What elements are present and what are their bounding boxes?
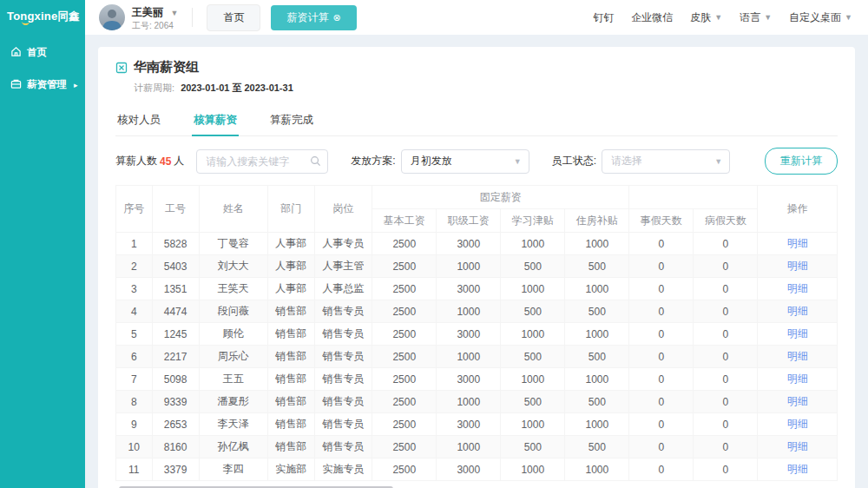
table-cell: 销售部: [267, 391, 314, 413]
table-row: 51245顾伦销售部销售专员250030001000100000明细: [116, 323, 838, 346]
detail-link[interactable]: 明细: [787, 395, 808, 407]
table-cell: 9339: [152, 391, 199, 413]
table-cell: 1000: [501, 323, 565, 346]
status-select[interactable]: 请选择 ▼: [602, 149, 730, 174]
table-row: 62217周乐心销售部销售专员2500100050050000明细: [116, 346, 838, 368]
detail-link[interactable]: 明细: [787, 237, 808, 249]
table-cell: 李天泽: [199, 413, 267, 436]
topnav-language[interactable]: 语言▼: [740, 10, 772, 25]
table-cell: 人事总监: [314, 278, 372, 300]
window-tab-home[interactable]: 首页: [207, 4, 260, 31]
plan-select-value: 月初发放: [411, 154, 452, 168]
table-cell: 0: [694, 346, 758, 368]
tab-calc-done[interactable]: 算薪完成: [268, 105, 315, 135]
search-icon[interactable]: [310, 155, 321, 169]
table-cell: 1000: [437, 436, 501, 458]
table-cell: 0: [629, 391, 694, 413]
user-block[interactable]: 王美丽 ▼ 工号: 2064: [132, 3, 178, 32]
col-header-post: 岗位: [314, 186, 372, 233]
col-header-dept: 部门: [267, 186, 314, 233]
table-cell: 销售部: [267, 413, 314, 436]
detail-link[interactable]: 明细: [787, 260, 808, 272]
table-cell: 1000: [501, 458, 565, 481]
page-title: 华南薪资组: [134, 59, 199, 76]
table-cell: 500: [501, 391, 565, 413]
table-cell: 500: [501, 300, 565, 323]
table-cell: 销售部: [267, 346, 314, 368]
table-cell: 0: [629, 233, 694, 255]
col-header-base-salary: 基本工资: [372, 209, 437, 233]
table-cell: 2500: [372, 255, 437, 278]
count-unit: 人: [174, 154, 184, 168]
table-cell: 2653: [152, 413, 199, 436]
table-cell: 实施部: [267, 458, 314, 481]
avatar[interactable]: [99, 4, 125, 30]
detail-link[interactable]: 明细: [787, 463, 808, 475]
detail-link[interactable]: 明细: [787, 305, 808, 317]
period-value: 2023-01-01 至 2023-01-31: [181, 82, 293, 93]
table-cell: 0: [694, 458, 758, 481]
recalculate-button[interactable]: 重新计算: [765, 148, 838, 175]
table-cell: 销售部: [267, 368, 314, 391]
table-cell: 1: [116, 233, 153, 255]
search-input[interactable]: [196, 149, 328, 174]
topnav-dingtalk[interactable]: 钉钉: [593, 10, 614, 25]
table-cell: 销售专员: [314, 323, 372, 346]
table-cell: 1245: [152, 323, 199, 346]
table-cell: 1000: [437, 300, 501, 323]
table-cell: 丁曼容: [199, 233, 267, 255]
table-cell-action: 明细: [758, 413, 838, 436]
table-cell: 4: [116, 300, 153, 323]
topnav: 钉钉 企业微信 皮肤▼ 语言▼ 自定义桌面▼: [593, 10, 852, 25]
detail-link[interactable]: 明细: [787, 418, 808, 430]
topnav-skin[interactable]: 皮肤▼: [690, 10, 722, 25]
topnav-custom-desktop[interactable]: 自定义桌面▼: [789, 10, 852, 25]
chevron-down-icon: ▼: [514, 157, 522, 166]
content-wrap: 华南薪资组 计薪周期: 2023-01-01 至 2023-01-31 核对人员…: [85, 35, 868, 488]
table-cell: 1000: [565, 413, 629, 436]
table-body: 15828丁曼容人事部人事专员250030001000100000明细25403…: [116, 233, 838, 481]
window-tab-label: 薪资计算: [286, 10, 328, 25]
window-tab-salary-calc[interactable]: 薪资计算 ⊗: [271, 5, 356, 30]
sidebar-item-salary-mgmt[interactable]: 薪资管理 ▸: [0, 69, 85, 101]
table-cell: 5: [116, 323, 153, 346]
table-cell: 3000: [437, 368, 501, 391]
table-cell: 3000: [437, 233, 501, 255]
table-cell: 2500: [372, 278, 437, 300]
table-cell: 0: [629, 278, 694, 300]
col-header-emp-id: 工号: [152, 186, 199, 233]
table-cell: 销售专员: [314, 300, 372, 323]
chevron-down-icon: ▼: [170, 9, 178, 17]
detail-link[interactable]: 明细: [787, 282, 808, 294]
table-row: 92653李天泽销售部销售专员250030001000100000明细: [116, 413, 838, 436]
table-cell: 1351: [152, 278, 199, 300]
chevron-down-icon: ▼: [764, 13, 772, 22]
sidebar-item-home[interactable]: 首页: [0, 36, 85, 69]
table-cell: 500: [501, 436, 565, 458]
tab-calc-salary[interactable]: 核算薪资: [192, 105, 239, 135]
table-cell: 刘大大: [199, 255, 267, 278]
detail-link[interactable]: 明细: [787, 440, 808, 452]
table-row: 108160孙亿枫销售部销售专员2500100050050000明细: [116, 436, 838, 458]
plan-select[interactable]: 月初发放 ▼: [401, 149, 529, 174]
col-header-study-allowance: 学习津贴: [501, 209, 565, 233]
table-cell: 1000: [565, 458, 629, 481]
table-cell-action: 明细: [758, 346, 838, 368]
table-cell: 销售部: [267, 300, 314, 323]
tab-check-staff[interactable]: 核对人员: [115, 105, 162, 135]
table-cell: 8: [116, 391, 153, 413]
detail-link[interactable]: 明细: [787, 350, 808, 362]
table-cell: 人事主管: [314, 255, 372, 278]
close-icon[interactable]: ⊗: [332, 13, 340, 23]
table-cell: 1000: [501, 278, 565, 300]
detail-link[interactable]: 明细: [787, 373, 808, 385]
detail-link[interactable]: 明细: [787, 327, 808, 340]
table-cell: 销售部: [267, 323, 314, 346]
table-cell: 销售专员: [314, 413, 372, 436]
count-value: 45: [160, 155, 171, 168]
table-cell: 3000: [437, 323, 501, 346]
topnav-wechat-work[interactable]: 企业微信: [631, 10, 673, 25]
table-cell: 1000: [565, 368, 629, 391]
table-cell: 0: [629, 458, 694, 481]
table-row: 89339潘夏彤销售部销售专员2500100050050000明细: [116, 391, 838, 413]
